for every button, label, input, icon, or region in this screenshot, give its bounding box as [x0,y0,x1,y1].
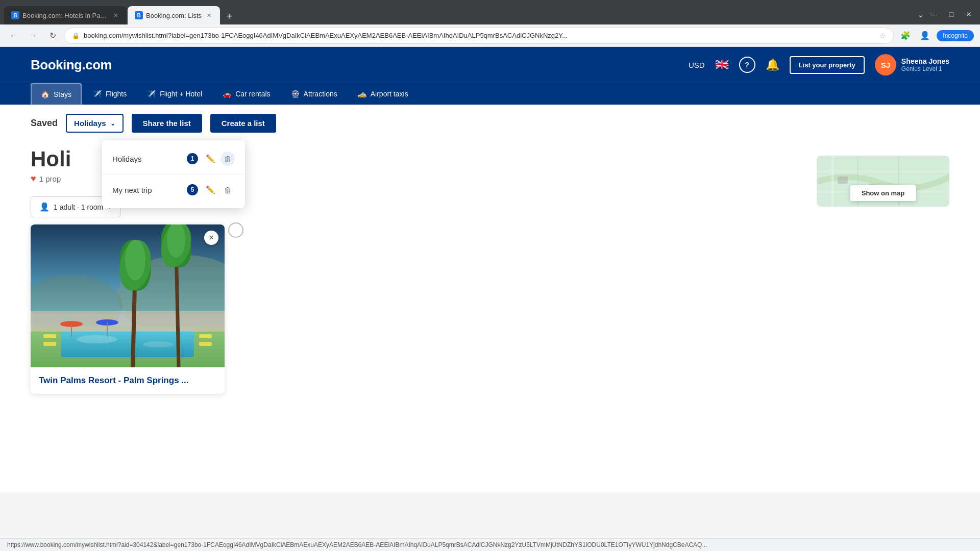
dropdown-item-my-next-trip[interactable]: My next trip 5 ✏️ 🗑 [102,176,245,204]
attractions-label: Attractions [304,90,337,98]
nav-item-car-rentals[interactable]: 🚗 Car rentals [213,83,279,105]
svg-point-10 [143,341,174,347]
hotel-card: × Twin Palms Resort - Palm Springs ... [31,224,225,394]
user-name: Sheena Jones [901,57,949,65]
saved-bar: Saved Holidays ⌄ Share the list Create a… [0,105,980,142]
extensions-icon[interactable]: 🧩 [898,28,913,43]
tab-overflow-icon[interactable]: ⌄ [917,10,924,19]
hotel-image: × [31,224,225,367]
notifications-button[interactable]: 🔔 [766,58,779,71]
svg-rect-15 [31,311,225,332]
chevron-down-icon: ⌄ [110,120,115,127]
my-next-trip-delete-button[interactable]: 🗑 [220,183,235,197]
airport-taxis-label: Airport taxis [371,90,408,98]
my-next-trip-item-name: My next trip [112,186,182,194]
tab2-close[interactable]: ✕ [205,11,213,19]
nav-bar: 🏠 Stays ✈️ Flights ✈️ Flight + Hotel 🚗 C… [0,83,980,105]
tab-hotels[interactable]: B Booking.com: Hotels in Palm Sp... ✕ [4,6,127,24]
list-dropdown-menu: Holidays 1 ✏️ 🗑 My next trip 5 ✏️ 🗑 [102,140,245,208]
show-on-map-button[interactable]: Show on map [850,185,916,201]
attractions-icon: 🎡 [291,90,300,98]
my-next-trip-count-badge: 5 [187,184,198,195]
svg-rect-13 [199,334,212,338]
tab-lists[interactable]: B Booking.com: Lists ✕ [128,6,220,24]
incognito-label: Incognito [943,32,968,39]
holidays-dropdown-label: Holidays [74,119,106,128]
list-property-button[interactable]: List your property [790,56,865,74]
status-bar: https://www.booking.com/mywishlist.html?… [0,538,980,551]
logo[interactable]: Booking.com [31,57,112,73]
user-level: Genius Level 1 [901,65,949,72]
svg-rect-14 [199,342,212,346]
flight-hotel-label: Flight + Hotel [160,90,202,98]
flights-label: Flights [106,90,127,98]
address-bar: ← → ↻ 🔒 booking.com/mywishlist.html?labe… [0,24,980,47]
tab1-favicon: B [11,11,19,19]
saved-label: Saved [31,118,58,129]
url-bar[interactable]: 🔒 booking.com/mywishlist.html?label=gen1… [64,28,894,44]
minimize-button[interactable]: — [927,7,941,21]
holidays-item-name: Holidays [112,155,182,163]
help-button[interactable]: ? [739,57,755,73]
svg-rect-2 [838,177,848,184]
svg-rect-11 [43,334,56,338]
avatar: SJ [875,54,896,76]
browser-chrome: B Booking.com: Hotels in Palm Sp... ✕ B … [0,0,980,24]
svg-rect-8 [61,329,194,357]
holidays-dropdown-button[interactable]: Holidays ⌄ [66,114,124,133]
nav-item-airport-taxis[interactable]: 🚕 Airport taxis [349,83,418,105]
tab1-label: Booking.com: Hotels in Palm Sp... [22,12,108,19]
reload-button[interactable]: ↻ [45,28,60,43]
holidays-count-badge: 1 [187,153,198,164]
hotel-info: Twin Palms Resort - Palm Springs ... [31,367,225,394]
nav-item-attractions[interactable]: 🎡 Attractions [282,83,347,105]
new-tab-button[interactable]: + [221,8,237,24]
svg-point-9 [77,335,117,343]
flights-icon: ✈️ [93,90,102,98]
secure-icon: 🔒 [72,32,80,39]
tab1-close[interactable]: ✕ [111,11,119,19]
stays-label: Stays [54,90,71,98]
my-next-trip-edit-button[interactable]: ✏️ [203,183,217,197]
stays-icon: 🏠 [41,90,50,98]
holidays-delete-button[interactable]: 🗑 [220,152,235,166]
create-list-button[interactable]: Create a list [210,114,276,133]
nav-item-flight-hotel[interactable]: ✈️ Flight + Hotel [138,83,211,105]
url-text: booking.com/mywishlist.html?label=gen173… [84,32,875,39]
star-icon[interactable]: ☆ [879,32,886,40]
car-rentals-label: Car rentals [235,90,270,98]
close-window-button[interactable]: ✕ [962,7,976,21]
persons-icon: 👤 [39,202,50,212]
tab2-label: Booking.com: Lists [146,12,202,19]
incognito-button[interactable]: Incognito [937,30,974,41]
close-card-button[interactable]: × [204,231,218,245]
svg-rect-12 [43,342,56,346]
back-button[interactable]: ← [6,28,21,43]
holidays-edit-button[interactable]: ✏️ [203,152,217,166]
dropdown-divider [102,174,245,174]
nav-item-flights[interactable]: ✈️ Flights [84,83,136,105]
profile-icon[interactable]: 👤 [917,28,933,43]
site-header: Booking.com USD 🇬🇧 ? 🔔 List your propert… [0,47,980,83]
content-area: Saved Holidays ⌄ Share the list Create a… [0,105,980,492]
language-flag[interactable]: 🇬🇧 [715,58,729,71]
nav-item-stays[interactable]: 🏠 Stays [31,83,82,105]
svg-point-19 [125,240,145,281]
forward-button[interactable]: → [26,28,41,43]
airport-taxis-icon: 🚕 [358,90,366,98]
maximize-button[interactable]: □ [944,7,959,21]
user-avatar-section[interactable]: SJ Sheena Jones Genius Level 1 [875,54,949,76]
tab2-favicon: B [135,11,143,19]
map-container: Show on map [817,156,949,207]
currency-selector[interactable]: USD [689,61,705,69]
flight-hotel-icon: ✈️ [147,90,156,98]
persons-label: 1 adult · 1 room [54,203,103,211]
car-rentals-icon: 🚗 [223,90,231,98]
heart-icon: ♥ [31,173,36,184]
share-list-button[interactable]: Share the list [132,114,202,133]
hotel-name[interactable]: Twin Palms Resort - Palm Springs ... [39,375,216,386]
dropdown-item-holidays[interactable]: Holidays 1 ✏️ 🗑 [102,144,245,173]
